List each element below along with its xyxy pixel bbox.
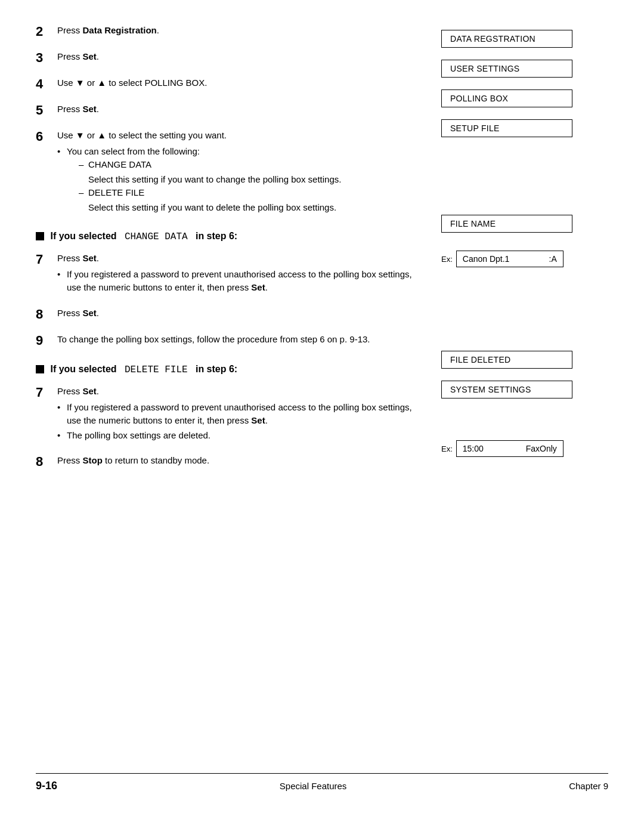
footer: 9-16 Special Features Chapter 9 [36, 773, 608, 792]
step-8a: 8 Press Set. [36, 307, 423, 322]
delete-file-label: DELETE FILE [76, 186, 423, 200]
ex1-value: Canon Dpt.1 [463, 254, 510, 264]
step-7b-text: Press Set. [57, 385, 423, 398]
step-8a-text: Press Set. [57, 307, 423, 320]
change-data-label: CHANGE DATA [76, 158, 423, 172]
section-delete-header: If you selected DELETE FILE in step 6: [36, 363, 423, 376]
keyword-change-data: CHANGE DATA [125, 231, 188, 242]
ex1-box: Canon Dpt.1 :A [456, 251, 564, 267]
step-number-8a: 8 [36, 307, 57, 322]
right-column: DATA REGSTRATION USER SETTINGS POLLING B… [441, 24, 608, 755]
step-6-text: Use ▼ or ▲ to select the setting you wan… [57, 129, 423, 143]
left-column: 2 Press Data Registration. 3 Press Set. [36, 24, 441, 755]
page: 2 Press Data Registration. 3 Press Set. [0, 0, 644, 828]
black-square-change [36, 232, 44, 240]
step-7b: 7 Press Set. If you registered a passwor… [36, 385, 423, 443]
step-6: 6 Use ▼ or ▲ to select the setting you w… [36, 129, 423, 215]
ui-box-file-deleted: FILE DELETED [441, 351, 572, 369]
step-7b-bullet-1: If you registered a password to prevent … [57, 401, 423, 428]
step-5-text: Press Set. [57, 103, 423, 116]
footer-page-number: 9-16 [36, 780, 57, 792]
step-9-text: To change the polling box settings, foll… [57, 333, 423, 347]
step-7b-bullet-2: The polling box settings are deleted. [57, 429, 423, 443]
step-5: 5 Press Set. [36, 103, 423, 118]
step-8a-bold: Set [83, 308, 97, 318]
step-2-bold: Data Registration [83, 25, 157, 35]
keyword-delete-file: DELETE FILE [125, 364, 188, 375]
step-6-bullets: You can select from the following: CHANG… [57, 145, 423, 215]
step-2: 2 Press Data Registration. [36, 24, 423, 39]
step-7a: 7 Press Set. If you registered a passwor… [36, 252, 423, 296]
ex2-label: Ex: [441, 444, 453, 453]
step-6-bullet-1: You can select from the following: CHANG… [57, 145, 423, 215]
step-number-6: 6 [36, 129, 57, 144]
step-number-9: 9 [36, 333, 57, 348]
step-number-2: 2 [36, 24, 57, 39]
step-number-7b: 7 [36, 385, 57, 400]
step-number-8b: 8 [36, 454, 57, 469]
step-number-5: 5 [36, 103, 57, 118]
ui-box-polling-box: POLLING BOX [441, 89, 572, 107]
ex1-label: Ex: [441, 255, 453, 264]
ex2-box: 15:00 FaxOnly [456, 440, 564, 457]
step-5-bold: Set [83, 104, 97, 114]
step-7a-bullet: If you registered a password to prevent … [57, 268, 423, 295]
step-3-bold: Set [83, 51, 97, 61]
step-number-3: 3 [36, 50, 57, 66]
step-number-7a: 7 [36, 252, 57, 267]
content-area: 2 Press Data Registration. 3 Press Set. [36, 24, 608, 755]
step-8b: 8 Press Stop to return to standby mode. [36, 454, 423, 469]
step-7b-bold: Set [83, 386, 97, 396]
step-7a-text: Press Set. [57, 252, 423, 265]
ui-box-data-registration: DATA REGSTRATION [441, 30, 572, 48]
step-4: 4 Use ▼ or ▲ to select POLLING BOX. [36, 76, 423, 92]
ex1-suffix: :A [549, 254, 557, 264]
black-square-delete [36, 365, 44, 373]
ex2-mode: FaxOnly [526, 444, 557, 453]
change-data-desc: Select this setting if you want to chang… [76, 173, 423, 187]
step-2-text: Press Data Registration. [57, 24, 423, 38]
step-7b-bullets: If you registered a password to prevent … [57, 401, 423, 443]
ex-row-1: Ex: Canon Dpt.1 :A [441, 251, 564, 267]
step-8b-text: Press Stop to return to standby mode. [57, 454, 423, 468]
step-3-text: Press Set. [57, 50, 423, 64]
footer-chapter: Chapter 9 [569, 781, 608, 791]
ui-box-setup-file: SETUP FILE [441, 119, 572, 137]
footer-section: Special Features [280, 781, 347, 791]
step-7a-bold: Set [83, 253, 97, 263]
step-number-4: 4 [36, 76, 57, 92]
section-change-header: If you selected CHANGE DATA in step 6: [36, 230, 423, 243]
ex-row-2: Ex: 15:00 FaxOnly [441, 440, 564, 457]
step-4-text: Use ▼ or ▲ to select POLLING BOX. [57, 76, 423, 90]
ui-box-file-name: FILE NAME [441, 215, 572, 233]
step-3: 3 Press Set. [36, 50, 423, 66]
ui-box-user-settings: USER SETTINGS [441, 60, 572, 78]
step-9: 9 To change the polling box settings, fo… [36, 333, 423, 348]
ui-box-system-settings: SYSTEM SETTINGS [441, 381, 572, 398]
delete-file-desc: Select this setting if you want to delet… [76, 201, 423, 215]
step-8b-bold: Stop [83, 455, 103, 465]
ex2-time: 15:00 [463, 444, 484, 453]
step-7a-bullets: If you registered a password to prevent … [57, 268, 423, 295]
